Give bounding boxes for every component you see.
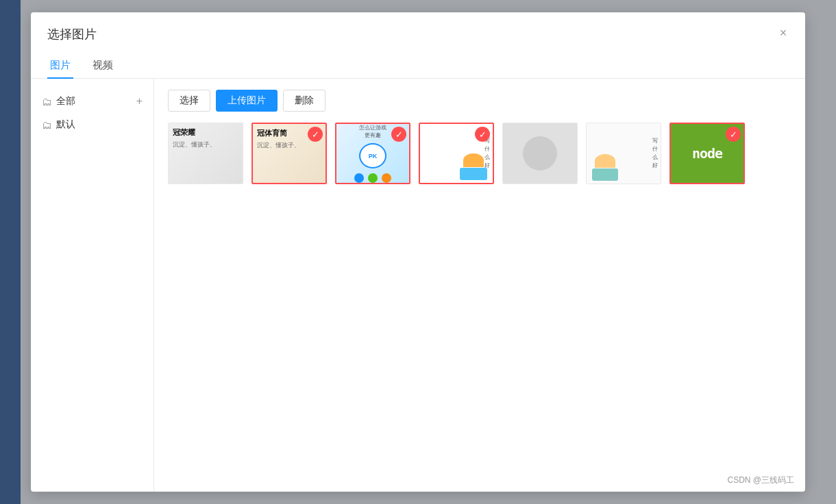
image-item[interactable]: ✓ 怎么让游戏更有趣 PK: [335, 123, 410, 184]
selected-badge: ✓: [308, 127, 323, 142]
tabs-container: 图片 视频: [47, 53, 789, 78]
folder-icon: 🗂: [42, 96, 52, 108]
sidebar-all-label: 全部: [56, 95, 75, 108]
dialog: 选择图片 × 图片 视频 🗂 全部 +: [31, 12, 805, 492]
content-area: 选择 上传图片 删除 冠荣耀 沉淀、懂孩子、: [154, 79, 805, 492]
sidebar-default-label: 默认: [56, 118, 75, 131]
tab-videos[interactable]: 视频: [90, 53, 116, 79]
image-item[interactable]: ✓ node: [669, 123, 745, 184]
folder-default-icon: 🗂: [42, 119, 52, 131]
toolbar: 选择 上传图片 删除: [168, 90, 791, 112]
tab-images[interactable]: 图片: [47, 53, 73, 79]
sidebar-item-default[interactable]: 🗂 默认: [31, 113, 153, 136]
image-item[interactable]: ✓ 写 什 么 好: [419, 123, 494, 184]
close-button[interactable]: ×: [775, 25, 791, 41]
delete-button[interactable]: 删除: [283, 90, 325, 112]
image-item[interactable]: [502, 123, 578, 184]
modal-body: 🗂 全部 + 🗂 默认 选择 上传图: [31, 79, 805, 492]
folder-sidebar: 🗂 全部 + 🗂 默认: [31, 79, 154, 492]
watermark: CSDN @三线码工: [727, 475, 794, 486]
add-folder-icon[interactable]: +: [136, 95, 143, 108]
select-button[interactable]: 选择: [168, 90, 210, 112]
image-item[interactable]: 冠荣耀 沉淀、懂孩子、: [168, 123, 243, 184]
image-item[interactable]: 写 什 么 好: [586, 123, 661, 184]
node-logo-text: node: [692, 145, 722, 162]
modal-overlay: 选择图片 × 图片 视频 🗂 全部 +: [0, 0, 836, 504]
page-background: 选择图片 × 图片 视频 🗂 全部 +: [0, 0, 836, 504]
image-item[interactable]: ✓ 冠体育简 沉淀、懂孩子、: [251, 123, 327, 184]
modal-title: 选择图片: [47, 26, 789, 42]
selected-badge: ✓: [726, 127, 741, 142]
upload-button[interactable]: 上传图片: [216, 90, 278, 112]
selected-badge: ✓: [475, 127, 490, 142]
sidebar-item-all[interactable]: 🗂 全部 +: [31, 90, 153, 113]
selected-badge: ✓: [391, 127, 406, 142]
image-grid: 冠荣耀 沉淀、懂孩子、 ✓ 冠体育简 沉淀、懂孩子、: [168, 123, 791, 184]
modal-header: 选择图片 × 图片 视频: [31, 12, 805, 79]
